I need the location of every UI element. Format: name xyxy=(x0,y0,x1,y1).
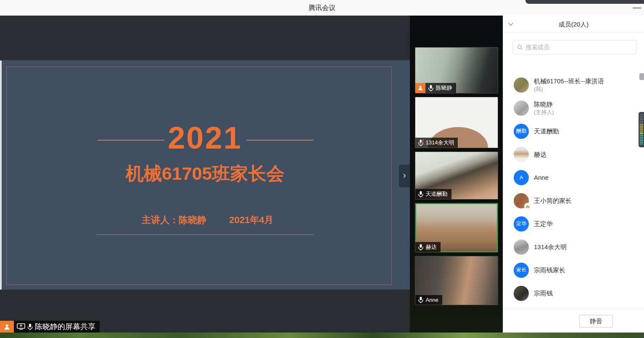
tile-name-bar: 赫达 xyxy=(415,242,441,252)
member-row[interactable]: 酬勤 天道酬勤 xyxy=(503,120,644,143)
member-name: Anne xyxy=(534,173,549,181)
minimize-icon[interactable] xyxy=(633,8,641,8)
member-text: 宗雨钱家长 xyxy=(534,266,565,274)
video-tile-label: 陈晓静 xyxy=(415,83,456,93)
avatar-initials: 酬勤 xyxy=(514,124,529,139)
member-text: 王小简的家长 xyxy=(534,197,572,205)
volume-level-indicator xyxy=(639,112,644,147)
member-row[interactable]: 家长 宗雨钱家长 xyxy=(503,258,644,282)
member-name: 天道酬勤 xyxy=(534,127,559,135)
member-list: 机械61705--班长--康洪语 (我) 陈晓静 (主持人) 酬勤 天道酬勤 赫… xyxy=(503,73,644,309)
tencent-meeting-window: 腾讯会议 2021 机械61705班家长会 主讲人：陈晓静 2021年4月 › xyxy=(0,0,644,338)
shared-screen-area: 2021 机械61705班家长会 主讲人：陈晓静 2021年4月 › xyxy=(0,16,410,333)
members-panel: 成员(20人) 机械61705--班长--康洪语 (我) 陈晓静 (主持人) xyxy=(503,16,644,333)
member-row[interactable]: 机械61705--班长--康洪语 (我) xyxy=(503,73,644,96)
search-icon xyxy=(517,44,523,51)
volume-segment-green xyxy=(640,133,643,145)
tile-participant-name: 1314余大明 xyxy=(426,139,454,146)
collapse-video-strip-button[interactable]: › xyxy=(399,165,410,187)
video-tile-label: 1314余大明 xyxy=(415,138,458,148)
avatar xyxy=(514,77,529,93)
member-name: 陈晓静 xyxy=(534,100,554,108)
screen-share-status-text: 陈晓静的屏幕共享 xyxy=(35,322,95,332)
slide-decor-line-bottom xyxy=(97,234,314,235)
host-sharing-indicator-icon xyxy=(639,73,644,80)
slide-title: 机械61705班家长会 xyxy=(0,164,410,183)
video-tile-label: 赫达 xyxy=(415,242,441,252)
member-search-box[interactable] xyxy=(512,40,636,54)
microphone-icon xyxy=(27,323,33,330)
member-text: Anne xyxy=(534,173,549,181)
sharing-person-icon xyxy=(415,83,425,93)
member-name: 机械61705--班长--康洪语 xyxy=(534,77,604,85)
tile-name-bar: Anne xyxy=(415,295,442,305)
tile-name-bar: 陈晓静 xyxy=(425,83,456,93)
member-row[interactable]: 定华 王定华 xyxy=(503,212,644,235)
floating-window-edge xyxy=(525,0,644,4)
video-tile-label: Anne xyxy=(415,295,442,305)
member-name: 王小简的家长 xyxy=(534,197,572,205)
avatar xyxy=(514,240,529,255)
speaking-volume-badge xyxy=(524,203,531,209)
member-row[interactable]: 陈晓静 (主持人) xyxy=(503,96,644,120)
avatar-initials: 定华 xyxy=(514,216,529,232)
avatar xyxy=(514,101,529,116)
desktop-wallpaper-strip xyxy=(0,333,644,338)
sharing-person-icon xyxy=(0,321,14,333)
microphone-icon xyxy=(418,244,424,251)
member-name: 宗雨钱 xyxy=(534,289,553,297)
slide-left-edge xyxy=(0,61,2,290)
avatar-initials: A xyxy=(514,170,529,185)
member-name: 王定华 xyxy=(534,220,553,228)
search-input[interactable] xyxy=(526,44,632,51)
microphone-icon xyxy=(418,191,424,198)
avatar xyxy=(514,193,529,208)
video-thumbnail-strip: 陈晓静 1314余大明 天道酬勤 xyxy=(410,16,503,333)
slide-presenter: 主讲人：陈晓静 xyxy=(142,214,206,226)
mute-button[interactable]: 静音 xyxy=(579,315,613,327)
tile-name-bar: 1314余大明 xyxy=(415,138,458,148)
members-panel-header: 成员(20人) xyxy=(503,16,644,33)
member-text: 天道酬勤 xyxy=(534,127,559,135)
microphone-icon xyxy=(418,296,424,303)
member-row[interactable]: 咖啡 xyxy=(503,305,644,309)
video-tile[interactable]: 赫达 xyxy=(415,203,498,253)
member-row[interactable]: 宗雨钱 xyxy=(503,282,644,305)
tile-participant-name: Anne xyxy=(426,297,438,303)
member-text: 机械61705--班长--康洪语 (我) xyxy=(534,77,604,93)
chevron-down-icon[interactable] xyxy=(509,21,513,26)
member-row[interactable]: 王小简的家长 xyxy=(503,189,644,212)
members-panel-title: 成员(20人) xyxy=(503,16,644,33)
member-row[interactable]: 1314余大明 xyxy=(503,235,644,258)
avatar-initials: 家长 xyxy=(514,263,529,278)
video-tile[interactable]: Anne xyxy=(415,256,498,305)
volume-segment-yellow xyxy=(640,124,643,133)
member-name: 宗雨钱家长 xyxy=(534,266,565,274)
slide-date: 2021年4月 xyxy=(229,214,273,226)
member-text: 陈晓静 (主持人) xyxy=(534,100,554,116)
member-name: 赫达 xyxy=(534,150,546,158)
slide-decor-line-right xyxy=(246,140,314,141)
video-tile[interactable]: 1314余大明 xyxy=(415,97,498,148)
video-tile-label: 天道酬勤 xyxy=(415,189,451,199)
slide-year: 2021 xyxy=(0,122,410,154)
volume-segment-inactive xyxy=(640,114,643,124)
tile-participant-name: 天道酬勤 xyxy=(426,190,448,198)
microphone-icon xyxy=(418,139,424,146)
main-content: 2021 机械61705班家长会 主讲人：陈晓静 2021年4月 › xyxy=(0,16,644,333)
member-text: 1314余大明 xyxy=(534,243,567,251)
tile-name-bar: 天道酬勤 xyxy=(415,189,451,199)
member-text: 王定华 xyxy=(534,220,553,228)
member-row[interactable]: A Anne xyxy=(503,166,644,189)
member-name: 1314余大明 xyxy=(534,243,567,251)
video-tile[interactable]: 陈晓静 xyxy=(415,47,498,93)
tile-participant-name: 赫达 xyxy=(426,243,437,251)
video-tile[interactable]: 天道酬勤 xyxy=(415,152,498,200)
screen-share-status: 陈晓静的屏幕共享 xyxy=(14,321,100,333)
screen-share-icon xyxy=(17,323,25,330)
member-text: 赫达 xyxy=(534,150,546,158)
avatar xyxy=(514,286,529,301)
member-row[interactable]: 赫达 xyxy=(503,143,644,166)
chevron-right-icon: › xyxy=(403,171,406,180)
members-panel-footer: 静音 xyxy=(503,309,644,333)
